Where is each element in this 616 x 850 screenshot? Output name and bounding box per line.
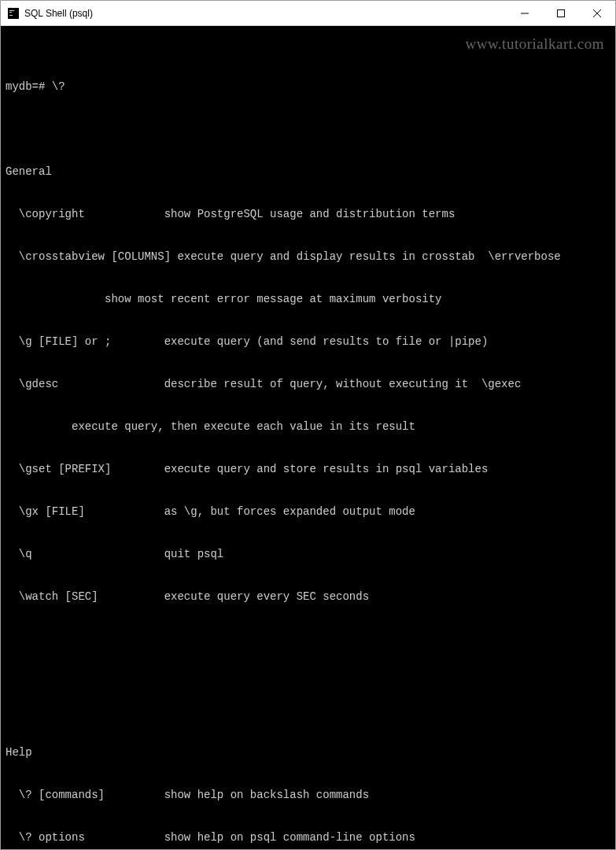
svg-rect-0 bbox=[8, 8, 19, 19]
section-general: General \copyright show PostgreSQL usage… bbox=[6, 136, 610, 632]
prompt-line: mydb=# \? bbox=[6, 79, 610, 94]
section-header: General bbox=[6, 164, 610, 179]
cmd-row: \crosstabview [COLUMNS] execute query an… bbox=[6, 249, 610, 264]
titlebar: SQL Shell (psql) bbox=[1, 1, 615, 26]
cmd-row: \copyright show PostgreSQL usage and dis… bbox=[6, 207, 610, 221]
svg-rect-3 bbox=[9, 15, 13, 16]
cmd-row: \g [FILE] or ; execute query (and send r… bbox=[6, 334, 610, 349]
watermark: www.tutorialkart.com bbox=[465, 37, 604, 51]
section-header: Help bbox=[6, 745, 610, 759]
cmd-row: \gdesc describe result of query, without… bbox=[6, 377, 610, 391]
svg-rect-2 bbox=[9, 12, 12, 13]
svg-rect-5 bbox=[558, 9, 565, 17]
cmd-row: \gset [PREFIX] execute query and store r… bbox=[6, 462, 610, 476]
window: SQL Shell (psql) www.tutorialkart.com my… bbox=[0, 0, 616, 850]
app-icon bbox=[7, 7, 20, 20]
minimize-button[interactable] bbox=[507, 1, 543, 25]
section-help: Help \? [commands] show help on backslas… bbox=[6, 717, 610, 849]
terminal-output[interactable]: www.tutorialkart.com mydb=# \? General \… bbox=[1, 26, 615, 849]
svg-rect-1 bbox=[9, 10, 14, 11]
cmd-row: \watch [SEC] execute query every SEC sec… bbox=[6, 589, 610, 604]
cmd-row: show most recent error message at maximu… bbox=[6, 292, 610, 306]
close-button[interactable] bbox=[579, 1, 615, 25]
maximize-button[interactable] bbox=[543, 1, 579, 25]
cmd-row: \? [commands] show help on backslash com… bbox=[6, 788, 610, 802]
blank-line bbox=[6, 660, 610, 674]
cmd-row: \? options show help on psql command-lin… bbox=[6, 830, 610, 844]
cmd-row: \q quit psql bbox=[6, 547, 610, 561]
cmd-row: \gx [FILE] as \g, but forces expanded ou… bbox=[6, 504, 610, 519]
cmd-row: execute query, then execute each value i… bbox=[6, 419, 610, 434]
window-title: SQL Shell (psql) bbox=[24, 8, 507, 19]
window-controls bbox=[507, 1, 615, 25]
